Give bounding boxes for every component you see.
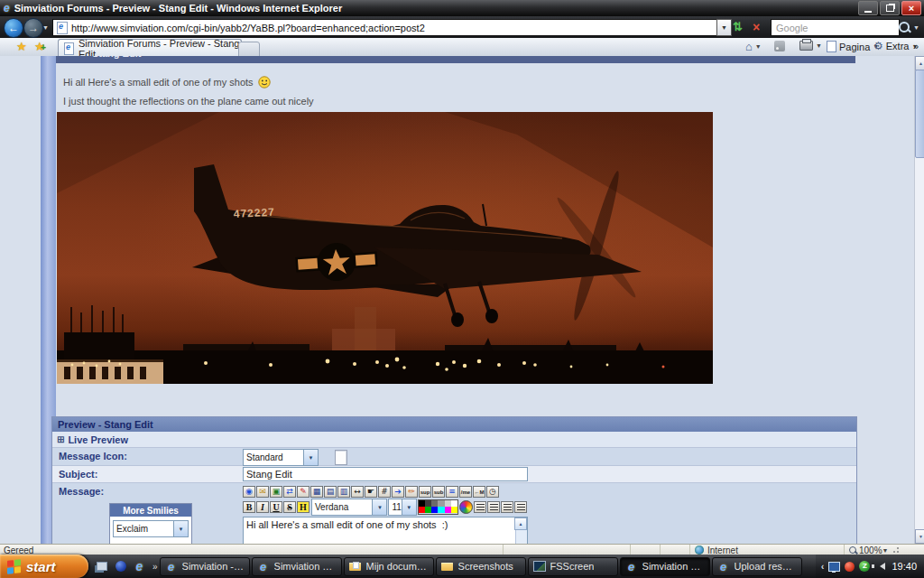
tools-menu-button[interactable]: ⚙Extra▼ (873, 41, 918, 51)
address-dropdown-button[interactable]: ▼ (716, 19, 732, 36)
textarea-scrollbar[interactable]: ▲ (515, 517, 527, 544)
justify-button[interactable] (514, 501, 527, 513)
start-button[interactable]: start (0, 555, 88, 578)
search-magnifier-icon[interactable] (899, 22, 910, 33)
tray-zonealarm-icon[interactable]: Z (859, 561, 870, 572)
underline-button[interactable]: U (270, 501, 282, 513)
tray-volume-icon[interactable] (874, 563, 885, 570)
highlight-button[interactable]: H (297, 501, 310, 513)
page-menu-button[interactable]: Pagina▼ (827, 41, 879, 52)
bold-button[interactable]: B (243, 501, 255, 513)
horizontal-rule-icon[interactable]: ↔ (351, 486, 364, 498)
email-icon[interactable]: ✉ (256, 486, 269, 498)
taskbar-button-screenshots[interactable]: Screenshots (436, 557, 526, 576)
shout-icon[interactable]: ☛ (365, 486, 377, 498)
quicklaunch-internet-explorer[interactable] (132, 559, 147, 574)
shadow-icon[interactable]: ✏ (405, 486, 418, 498)
post-text-line2: I just thought the reflections on the pl… (63, 96, 314, 107)
table-icon[interactable]: ▦ (310, 486, 323, 498)
subject-input[interactable]: Stang Edit (243, 467, 528, 481)
font-size-select[interactable]: 11 (388, 499, 416, 516)
align-left-button[interactable] (474, 501, 486, 513)
color-swatch[interactable] (431, 500, 438, 507)
windows-flag-icon (7, 559, 21, 574)
flash-icon[interactable]: ⇄ (283, 486, 296, 498)
message-icon-preview (335, 450, 347, 465)
list-icon[interactable]: ≡ (446, 486, 458, 498)
color-swatch[interactable] (438, 507, 444, 513)
taskbar-button-fsscreen[interactable]: FSScreen (528, 557, 618, 576)
add-favorite-icon[interactable]: ★ (34, 40, 45, 53)
color-swatch[interactable] (425, 507, 431, 513)
italic-button[interactable]: I (256, 501, 269, 513)
justify-icon (517, 504, 525, 511)
taskbar-button-upload-results[interactable]: Upload results - Wind... (712, 557, 802, 576)
me-action-icon[interactable]: /me (459, 486, 472, 498)
zoom-dropdown-icon[interactable]: ▼ (882, 547, 889, 554)
forward-button[interactable]: → (23, 18, 43, 38)
color-swatch[interactable] (438, 500, 444, 507)
color-swatch[interactable] (451, 507, 457, 513)
new-tab-button[interactable] (238, 42, 260, 57)
insert-image-icon[interactable]: ▣ (270, 486, 282, 498)
color-swatch[interactable] (445, 500, 451, 507)
align-right-button[interactable] (501, 501, 513, 513)
home-button[interactable]: ⌂▼ (745, 41, 762, 52)
superscript-icon[interactable]: sup (419, 486, 431, 498)
address-bar[interactable]: http://www.simviation.com/cgi-bin/yabb2/… (52, 19, 718, 36)
pound-icon[interactable]: # (378, 486, 391, 498)
tray-network-icon[interactable] (828, 562, 840, 572)
message-icon-select[interactable]: Standard (243, 449, 319, 466)
back-button[interactable]: ← (4, 18, 23, 38)
internet-zone-icon (695, 545, 704, 555)
color-swatch[interactable] (419, 507, 425, 513)
color-swatch[interactable] (431, 507, 438, 513)
scroll-down-button[interactable]: ▼ (915, 529, 924, 544)
color-swatch[interactable] (419, 500, 425, 507)
taskbar-button-simviation-forums-1[interactable]: Simviation Forums - ... (252, 557, 342, 576)
refresh-button[interactable]: ⇅ (733, 20, 743, 33)
taskbar-button-simviation-microsoft[interactable]: Simviation - Microsof... (160, 557, 250, 576)
color-swatch[interactable] (451, 500, 457, 507)
message-textarea[interactable]: Hi all Here's a small edit of one of my … (243, 517, 528, 544)
align-center-button[interactable] (487, 501, 500, 513)
scroll-up-icon[interactable]: ▲ (514, 517, 527, 530)
link-icon[interactable]: ◉ (243, 486, 255, 498)
subscript-icon[interactable]: sub (432, 486, 445, 498)
browser-vertical-scrollbar[interactable]: ▲ ▼ (914, 56, 924, 544)
command-overflow-chevron[interactable]: » (913, 41, 919, 51)
font-select[interactable]: Verdana (311, 499, 387, 516)
search-input[interactable]: Google (771, 19, 900, 36)
taskbar-button-simviation-forums-2[interactable]: Simviation Forums - ... (620, 557, 710, 576)
marquee-icon[interactable]: ←M (473, 486, 485, 498)
quicklaunch-show-desktop[interactable] (94, 559, 109, 574)
color-palette-icon[interactable] (459, 500, 473, 514)
minimize-button[interactable] (858, 1, 878, 15)
scroll-up-button[interactable]: ▲ (915, 56, 924, 70)
close-button[interactable]: × (901, 1, 921, 15)
feeds-button[interactable] (774, 41, 785, 51)
live-preview-toggle[interactable]: ⊞ Live Preview (52, 432, 856, 448)
teletype-icon[interactable]: ✎ (297, 486, 310, 498)
favorites-center-icon[interactable]: ★ (16, 40, 27, 53)
stop-button[interactable]: × (753, 20, 760, 34)
table-header-icon[interactable]: ▤ (324, 486, 337, 498)
taskbar-button-mijn-documenten[interactable]: Mijn documenten (344, 557, 434, 576)
tray-collapse-icon[interactable]: ‹ (821, 561, 825, 572)
color-swatch[interactable] (445, 507, 451, 513)
color-swatch[interactable] (425, 500, 431, 507)
minimize-icon (864, 11, 872, 13)
glow-icon[interactable]: ➔ (392, 486, 404, 498)
table-cell-icon[interactable]: ▥ (337, 486, 350, 498)
history-dropdown-icon[interactable]: ▼ (42, 24, 49, 31)
tab-active[interactable]: Simviation Forums - Preview - Stang Edit (58, 39, 242, 57)
quicklaunch-messenger[interactable] (113, 559, 128, 574)
restore-button[interactable] (880, 1, 900, 15)
smiley-select[interactable]: Exclaim (113, 520, 189, 537)
time-icon[interactable]: ◷ (486, 486, 499, 498)
strikethrough-button[interactable]: S (283, 501, 296, 513)
print-button[interactable]: ▼ (799, 41, 822, 51)
search-options-icon[interactable]: ▼ (913, 24, 919, 31)
scrollbar-thumb[interactable] (915, 70, 924, 158)
tray-messenger-icon[interactable] (845, 562, 855, 572)
